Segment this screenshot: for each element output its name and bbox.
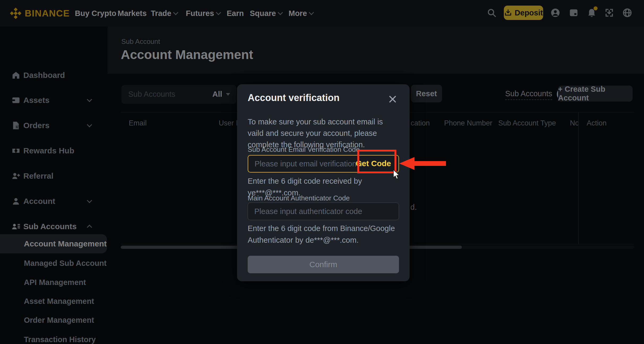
account-verification-modal: Account verification To make sure your s…: [237, 84, 410, 281]
binance-sub-account-page: BINANCE Buy Crypto Markets Trade Futures…: [0, 0, 644, 344]
email-code-field[interactable]: [255, 156, 363, 172]
close-icon[interactable]: [388, 94, 397, 104]
email-code-label: Sub Account Email Verification Code: [248, 145, 360, 154]
confirm-button[interactable]: Confirm: [248, 256, 399, 273]
modal-title: Account verification: [248, 92, 340, 103]
authenticator-code-label: Main Account Authenticator Code: [248, 194, 350, 202]
authenticator-code-input[interactable]: [248, 203, 399, 220]
authenticator-code-field[interactable]: [254, 203, 390, 220]
annotation-arrow: [399, 156, 446, 171]
mouse-cursor: [392, 169, 402, 181]
authenticator-code-helper: Enter the 6 digit code from Binance/Goog…: [248, 223, 400, 246]
annotation-highlight-box: [357, 150, 396, 173]
